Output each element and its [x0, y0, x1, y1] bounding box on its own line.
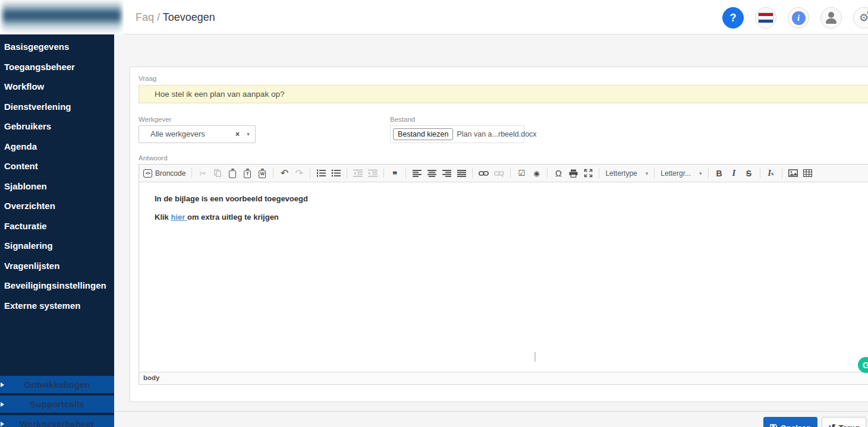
align-left-icon[interactable]	[412, 167, 422, 180]
breadcrumb: Faq / Toevoegen	[136, 0, 215, 34]
sidebar-button-werkgeverbeheer[interactable]: Werkgeverbeheer	[0, 414, 114, 427]
sidebar-item-sjablonen[interactable]: Sjablonen	[0, 176, 114, 197]
paste-as-text-icon[interactable]: T	[243, 167, 252, 180]
toolbar-separator	[782, 168, 782, 178]
sidebar-item-externe-systemen[interactable]: Externe systemen	[0, 296, 114, 316]
toolbar-separator	[191, 168, 192, 178]
source-code-label: Broncode	[155, 169, 185, 178]
print-icon[interactable]	[568, 167, 578, 180]
toolbar-separator	[347, 168, 347, 178]
info-button[interactable]: i	[788, 7, 809, 29]
numbered-list-icon[interactable]	[316, 167, 326, 180]
sidebar-item-dienstverlening[interactable]: Dienstverlening	[0, 97, 114, 117]
toolbar-separator	[760, 168, 760, 178]
sidebar-item-signalering[interactable]: Signalering	[0, 236, 114, 256]
sidebar-button-ontwikkelingen[interactable]: Ontwikkelingen	[0, 375, 114, 394]
breadcrumb-section[interactable]: Faq	[136, 11, 154, 23]
user-button[interactable]	[820, 7, 842, 29]
bold-button[interactable]: B	[715, 167, 724, 180]
save-label: Opslaan	[781, 423, 811, 427]
source-code-button[interactable]: <> Broncode	[143, 167, 185, 180]
user-icon	[825, 12, 837, 24]
bullet-list-icon[interactable]	[331, 167, 341, 180]
font-size-dropdown[interactable]: Lettergr... ▾	[661, 167, 702, 180]
insert-image-icon[interactable]	[788, 167, 798, 180]
paste-icon[interactable]	[228, 167, 237, 180]
special-char-icon[interactable]: Ω	[553, 167, 563, 180]
remove-format-icon[interactable]: Ix	[766, 167, 776, 180]
sidebar-item-overzichten[interactable]: Overzichten	[0, 196, 114, 216]
editor-path-bar: body	[139, 372, 868, 384]
source-code-icon: <>	[143, 169, 152, 178]
sidebar-item-toegangsbeheer[interactable]: Toegangsbeheer	[0, 57, 114, 77]
paste-from-word-icon[interactable]: W	[257, 167, 267, 180]
main-area: Vraag Hoe stel ik een plan van aanpak op…	[114, 34, 868, 427]
checkbox-field-icon[interactable]: ☑	[517, 167, 526, 180]
radio-field-icon[interactable]: ◉	[532, 167, 541, 180]
sidebar-item-agenda[interactable]: Agenda	[0, 137, 114, 157]
back-button[interactable]: ↺ Terug	[822, 417, 866, 427]
vraag-label: Vraag	[139, 75, 156, 82]
chevron-down-icon: ▾	[699, 170, 702, 176]
sidebar-item-beveiligingsinstellingen[interactable]: Beveiligingsinstellingen	[0, 276, 114, 296]
toolbar-separator	[510, 168, 511, 178]
logo-image	[2, 1, 121, 33]
italic-button[interactable]: I	[729, 167, 739, 180]
toolbar-separator	[383, 168, 384, 178]
chevron-right-icon	[1, 402, 4, 407]
editor-content-area[interactable]: In de bijlage is een voorbeeld toegevoeg…	[139, 182, 868, 372]
company-logo	[0, 0, 124, 34]
sidebar-item-gebruikers[interactable]: Gebruikers	[0, 116, 114, 137]
editor-toolbar: <> Broncode ✂ T W ↶ ↷	[139, 165, 868, 182]
indent-icon	[368, 167, 378, 180]
settings-button[interactable]: ⚙⚙	[853, 7, 868, 29]
chevron-down-icon: ▾	[646, 170, 649, 176]
toolbar-separator	[273, 168, 273, 178]
language-button[interactable]	[755, 7, 776, 29]
element-path-body[interactable]: body	[143, 374, 159, 381]
sidebar-button-label: Supportcalls	[30, 399, 84, 409]
save-button[interactable]: Opslaan	[763, 417, 817, 427]
bestand-filename: Plan van a...rbeeld.docx	[457, 130, 536, 138]
editor-paragraph: Klik hier om extra uitleg te krijgen	[155, 213, 868, 222]
align-justify-icon[interactable]	[457, 167, 466, 180]
sidebar-button-supportcalls[interactable]: Supportcalls	[0, 394, 114, 414]
text-cursor	[534, 352, 536, 362]
sidebar-bottom-group: Ontwikkelingen Supportcalls Werkgeverbeh…	[0, 375, 114, 427]
page-title: Toevoegen	[163, 11, 215, 23]
font-family-label: Lettertype	[605, 169, 637, 178]
align-center-icon[interactable]	[427, 167, 436, 180]
sidebar-item-vragenlijsten[interactable]: Vragenlijsten	[0, 256, 114, 276]
toolbar-separator	[310, 168, 310, 178]
sidebar: Basisgegevens Toegangsbeheer Workflow Di…	[0, 34, 114, 427]
form-card: Vraag Hoe stel ik een plan van aanpak op…	[130, 67, 868, 402]
bestand-file-input[interactable]: Bestand kiezen Plan van a...rbeeld.docx	[390, 125, 524, 143]
link-icon[interactable]	[479, 167, 489, 180]
bestand-kiezen-button[interactable]: Bestand kiezen	[393, 128, 453, 140]
align-right-icon[interactable]	[442, 167, 451, 180]
toolbar-separator	[405, 168, 406, 178]
vraag-input[interactable]: Hoe stel ik een plan van aanpak op?	[139, 85, 868, 103]
dutch-flag-icon	[758, 12, 773, 23]
clear-icon[interactable]: ×	[235, 126, 240, 143]
undo-icon[interactable]: ↶	[279, 167, 289, 180]
werkgever-select[interactable]: Alle werkgevers × ▾	[139, 125, 256, 143]
strikethrough-button[interactable]: S	[744, 167, 754, 180]
maximize-icon[interactable]	[583, 167, 593, 180]
gear-icon: ⚙⚙	[859, 12, 868, 23]
help-button[interactable]: ?	[722, 7, 744, 29]
back-arrow-icon: ↺	[828, 422, 836, 427]
blockquote-icon[interactable]: ❞	[390, 167, 400, 180]
sidebar-item-facturatie[interactable]: Facturatie	[0, 216, 114, 236]
sidebar-item-basisgegevens[interactable]: Basisgegevens	[0, 37, 114, 57]
sidebar-button-label: Werkgeverbeheer	[20, 419, 95, 427]
sidebar-item-workflow[interactable]: Workflow	[0, 77, 114, 97]
toolbar-separator	[547, 168, 548, 178]
antwoord-label: Antwoord	[139, 154, 168, 162]
font-family-dropdown[interactable]: Lettertype ▾	[605, 167, 648, 180]
toolbar-separator	[708, 168, 709, 178]
insert-table-icon[interactable]	[803, 167, 813, 180]
hier-link[interactable]: hier	[171, 213, 187, 222]
sidebar-item-content[interactable]: Content	[0, 156, 114, 176]
werkgever-value: Alle werkgevers	[150, 129, 205, 138]
